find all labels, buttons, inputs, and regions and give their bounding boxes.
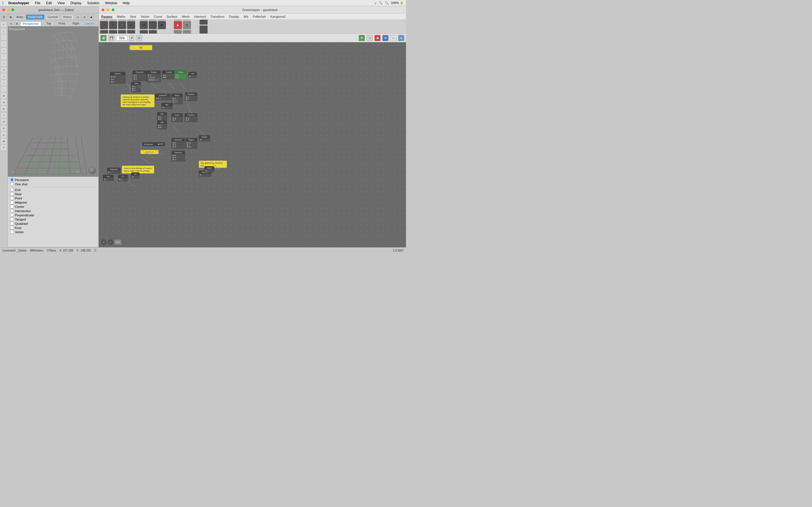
solid-tool[interactable]: ▪: [1, 80, 7, 86]
gh-icon-prim3[interactable]: ⊙: [158, 20, 166, 20]
smarttrack-button[interactable]: SmartTrack: [26, 15, 44, 19]
gh-icon-prim8[interactable]: ⊿: [149, 30, 157, 34]
search-icon[interactable]: 🔍: [385, 1, 389, 5]
snap-midpoint-checkbox[interactable]: [10, 201, 14, 204]
snap-near[interactable]: Near: [10, 192, 96, 196]
gh-display-blue[interactable]: ⊞: [382, 35, 389, 41]
gh-menu-params[interactable]: Params: [100, 15, 113, 18]
gh-node-divide[interactable]: Divide S U Count 5 ♦: [147, 70, 161, 82]
gh-menu-curve[interactable]: Curve: [153, 15, 163, 18]
lock-tool[interactable]: 🔒: [1, 131, 7, 138]
gh-preview-custom[interactable]: ◉: [374, 35, 380, 41]
snap-tool[interactable]: ⊗: [1, 125, 7, 131]
gh-icon-input5[interactable]: ⊞: [174, 30, 182, 34]
render-tool[interactable]: ◈: [1, 106, 7, 112]
gh-icon-input1[interactable]: ▶: [174, 20, 182, 20]
gh-node-dim[interactable]: Dim J X Y: [131, 82, 141, 93]
snap-perpendicular[interactable]: Perpendicular: [10, 213, 96, 217]
record-icon[interactable]: ⊙: [82, 14, 87, 20]
close-button[interactable]: [2, 8, 5, 11]
gh-node-area[interactable]: Area: [204, 166, 214, 172]
viewport-canvas[interactable]: Perspective: [8, 26, 98, 177]
gumball-button[interactable]: Gumball: [45, 15, 60, 19]
snap-oneshot[interactable]: One shot: [10, 182, 96, 186]
gh-icon-geo3[interactable]: ⊕: [118, 20, 126, 20]
gh-toolbar-save[interactable]: 💾: [108, 35, 114, 41]
gh-menu-pufferfish[interactable]: Pufferfish: [252, 15, 267, 18]
gh-menu-sets[interactable]: Sets: [129, 15, 137, 18]
grid-view-icon[interactable]: ⊞: [8, 14, 13, 20]
gh-icon-input2[interactable]: ⬟: [183, 20, 191, 20]
gh-canvas[interactable]: (8) Python out a: [99, 42, 406, 247]
snap-persistent-radio[interactable]: [10, 178, 14, 182]
gh-preview-on[interactable]: 👁: [359, 35, 365, 41]
gh-icon-geo9[interactable]: ◈: [100, 30, 108, 34]
gh-icon-prim2[interactable]: 7: [149, 20, 157, 20]
curve-tool[interactable]: ∫: [1, 28, 7, 34]
gh-display-white[interactable]: □: [390, 35, 396, 41]
minimize-button[interactable]: [7, 8, 10, 11]
snap-point-checkbox[interactable]: [10, 196, 14, 200]
gh-icon-input4[interactable]: ⊞: [183, 21, 191, 29]
menubar-file[interactable]: File: [34, 1, 42, 5]
tab-right[interactable]: Right: [70, 21, 81, 25]
sidebar-toggle[interactable]: ☰: [1, 14, 7, 20]
snap-oneshot-radio[interactable]: [10, 182, 14, 186]
menubar-grasshopper[interactable]: Grasshopper: [7, 1, 31, 5]
gh-minimize-button[interactable]: [107, 8, 109, 11]
menubar-view[interactable]: View: [56, 1, 66, 5]
gh-node-vec1[interactable]: Vec: [161, 103, 172, 109]
gh-node-random2[interactable]: Random R N G: [171, 151, 185, 161]
gh-node-vec2[interactable]: Vec: [103, 175, 114, 181]
menubar-edit[interactable]: Edit: [45, 1, 53, 5]
gh-menu-transform[interactable]: Transform: [209, 15, 225, 18]
gh-icon-prim4[interactable]: ⬛: [140, 21, 148, 29]
snap-intersection[interactable]: Intersection: [10, 209, 96, 213]
gh-node-scale[interactable]: Scale G P: [171, 113, 183, 122]
gh-fit-view[interactable]: ⊡: [136, 35, 142, 41]
gh-icon-geo12[interactable]: +: [127, 30, 135, 34]
snap-center-checkbox[interactable]: [10, 205, 14, 209]
gh-node-python[interactable]: Python out a b: [110, 72, 125, 83]
select-tool[interactable]: ↖: [1, 21, 7, 27]
tab-top[interactable]: Top: [44, 21, 53, 25]
menubar-solution[interactable]: Solution: [86, 1, 100, 5]
snap-vertex[interactable]: Vertex: [10, 230, 96, 234]
gh-icon-geo11[interactable]: ◎: [118, 30, 126, 34]
gh-menu-wb[interactable]: Wb: [243, 15, 249, 18]
mesh-tool[interactable]: ⋮: [1, 86, 7, 93]
gh-node-ellipse[interactable]: Ellipse R1 F R2: [186, 138, 197, 149]
surface-tool[interactable]: ▱: [1, 73, 7, 79]
gh-node-random1[interactable]: Random R N G: [171, 138, 185, 149]
zoom-in-button[interactable]: +: [101, 239, 107, 245]
tab-perspective[interactable]: Perspective: [20, 21, 41, 26]
gh-toolbar-doc[interactable]: ▦: [100, 35, 107, 41]
snap-persistent[interactable]: Persistent: [10, 178, 96, 182]
gh-menu-display[interactable]: Display: [228, 15, 240, 18]
snap-knot[interactable]: Knot: [10, 226, 96, 230]
gh-node-srf2[interactable]: Srf: [131, 172, 140, 179]
menubar-window[interactable]: Window: [104, 1, 118, 5]
tab-perspective-mini2[interactable]: ⊠: [15, 22, 19, 25]
gh-node-offset[interactable]: Offset C D: [174, 70, 187, 79]
maximize-button[interactable]: [11, 8, 14, 11]
snap-end-checkbox[interactable]: [10, 188, 14, 191]
gh-display-eye[interactable]: ●: [398, 35, 404, 41]
gh-node-ab1[interactable]: A/B A B: [157, 112, 167, 121]
gh-icon-geo8[interactable]: ⊞: [127, 21, 135, 29]
menubar-display[interactable]: Display: [69, 1, 83, 5]
gh-menu-mesh[interactable]: Mesh: [181, 15, 190, 18]
gh-node-srf1[interactable]: Srf: [188, 72, 197, 78]
canvas-plane-toggle[interactable]: XYZ: [114, 239, 121, 245]
gh-node-move[interactable]: Move G C X C Y: [171, 94, 183, 104]
zoom-out-button[interactable]: −: [108, 239, 113, 245]
gh-icon-util2[interactable]: ⇐: [199, 20, 208, 25]
gh-node-popgeo1[interactable]: PopGeo G P: [185, 93, 197, 101]
gh-icon-geo10[interactable]: ⊟: [109, 30, 117, 34]
gh-icon-prim7[interactable]: ✦: [140, 30, 148, 34]
analyze-tool[interactable]: ⊕: [1, 99, 7, 105]
gh-maximize-button[interactable]: [112, 8, 114, 11]
gh-icon-prim5[interactable]: ⬦: [149, 21, 157, 29]
gh-node-ab2[interactable]: A/B A B: [157, 121, 167, 129]
snap-tangent-checkbox[interactable]: [10, 217, 14, 221]
